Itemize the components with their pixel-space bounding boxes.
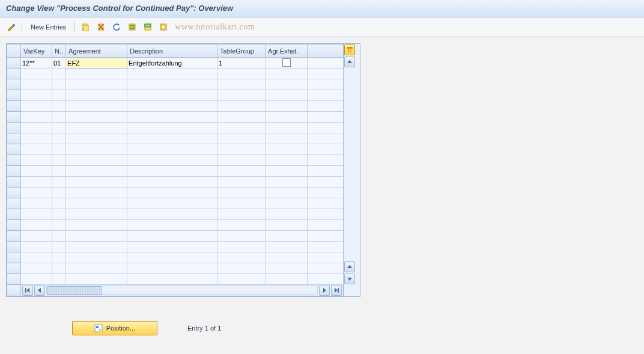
empty-cell[interactable] [308,144,344,155]
empty-cell[interactable] [21,101,52,112]
horizontal-scrollbar[interactable] [21,285,343,296]
empty-cell[interactable] [127,166,217,177]
empty-cell[interactable] [21,144,52,155]
empty-cell[interactable] [266,188,308,198]
row-selector[interactable] [7,58,21,69]
empty-cell[interactable] [266,133,308,144]
empty-cell[interactable] [21,155,52,166]
empty-cell[interactable] [266,252,308,263]
row-selector[interactable] [7,188,21,198]
empty-cell[interactable] [66,252,127,263]
empty-cell[interactable] [266,69,308,79]
empty-cell[interactable] [266,198,308,209]
empty-cell[interactable] [52,252,66,263]
empty-cell[interactable] [127,198,217,209]
scroll-down-button[interactable] [344,273,355,284]
empty-cell[interactable] [66,144,127,155]
row-selector[interactable] [7,144,21,155]
row-selector[interactable] [7,220,21,231]
column-header-varkey[interactable]: VarKey [21,44,52,58]
row-selector[interactable] [7,263,21,274]
empty-cell[interactable] [127,144,217,155]
table-settings-button[interactable] [344,44,355,55]
empty-cell[interactable] [21,252,52,263]
empty-cell[interactable] [21,166,52,177]
empty-cell[interactable] [308,220,344,231]
empty-cell[interactable] [127,112,217,123]
empty-cell[interactable] [308,166,344,177]
empty-cell[interactable] [52,177,66,188]
empty-cell[interactable] [266,166,308,177]
empty-cell[interactable] [308,263,344,274]
empty-cell[interactable] [21,242,52,252]
empty-cell[interactable] [266,90,308,101]
row-selector[interactable] [7,274,21,285]
empty-cell[interactable] [52,242,66,252]
empty-cell[interactable] [66,231,127,242]
empty-cell[interactable] [52,220,66,231]
empty-cell[interactable] [66,133,127,144]
empty-cell[interactable] [127,177,217,188]
row-selector[interactable] [7,155,21,166]
new-entries-button[interactable]: New Entries [26,22,71,32]
empty-cell[interactable] [66,198,127,209]
cell-varkey[interactable]: 12** [21,58,52,69]
empty-cell[interactable] [308,112,344,123]
empty-cell[interactable] [308,177,344,188]
empty-cell[interactable] [21,112,52,123]
deselect-all-button[interactable] [157,20,170,34]
empty-cell[interactable] [217,133,266,144]
empty-cell[interactable] [21,231,52,242]
row-selector[interactable] [7,242,21,252]
empty-cell[interactable] [266,101,308,112]
empty-cell[interactable] [127,209,217,220]
empty-cell[interactable] [21,69,52,79]
empty-cell[interactable] [266,177,308,188]
empty-cell[interactable] [66,69,127,79]
empty-cell[interactable] [52,263,66,274]
empty-cell[interactable] [127,220,217,231]
empty-cell[interactable] [52,112,66,123]
empty-cell[interactable] [21,177,52,188]
scroll-up-page-button[interactable] [344,261,355,272]
empty-cell[interactable] [66,220,127,231]
empty-cell[interactable] [52,101,66,112]
row-selector[interactable] [7,209,21,220]
empty-cell[interactable] [66,112,127,123]
empty-cell[interactable] [127,69,217,79]
empty-cell[interactable] [21,274,52,285]
empty-cell[interactable] [21,133,52,144]
vertical-scrollbar[interactable] [344,44,355,296]
empty-cell[interactable] [217,263,266,274]
row-selector[interactable] [7,123,21,133]
empty-cell[interactable] [21,209,52,220]
empty-cell[interactable] [52,133,66,144]
empty-cell[interactable] [217,274,266,285]
empty-cell[interactable] [217,198,266,209]
row-selector[interactable] [7,133,21,144]
empty-cell[interactable] [52,79,66,90]
scroll-last-button[interactable] [331,285,342,296]
empty-cell[interactable] [217,209,266,220]
cell-tablegroup[interactable]: 1 [217,58,266,69]
empty-cell[interactable] [52,144,66,155]
empty-cell[interactable] [308,79,344,90]
empty-cell[interactable] [21,188,52,198]
empty-cell[interactable] [21,220,52,231]
empty-cell[interactable] [52,198,66,209]
empty-cell[interactable] [66,274,127,285]
row-selector[interactable] [7,112,21,123]
cell-description[interactable]: Entgeltfortzahlung [127,58,217,69]
row-selector[interactable] [7,252,21,263]
empty-cell[interactable] [308,90,344,101]
empty-cell[interactable] [66,123,127,133]
empty-cell[interactable] [308,242,344,252]
cell-n[interactable]: 01 [52,58,66,69]
empty-cell[interactable] [266,209,308,220]
empty-cell[interactable] [217,220,266,231]
empty-cell[interactable] [66,188,127,198]
empty-cell[interactable] [127,123,217,133]
row-selector[interactable] [7,231,21,242]
empty-cell[interactable] [66,90,127,101]
scroll-first-button[interactable] [22,285,33,296]
